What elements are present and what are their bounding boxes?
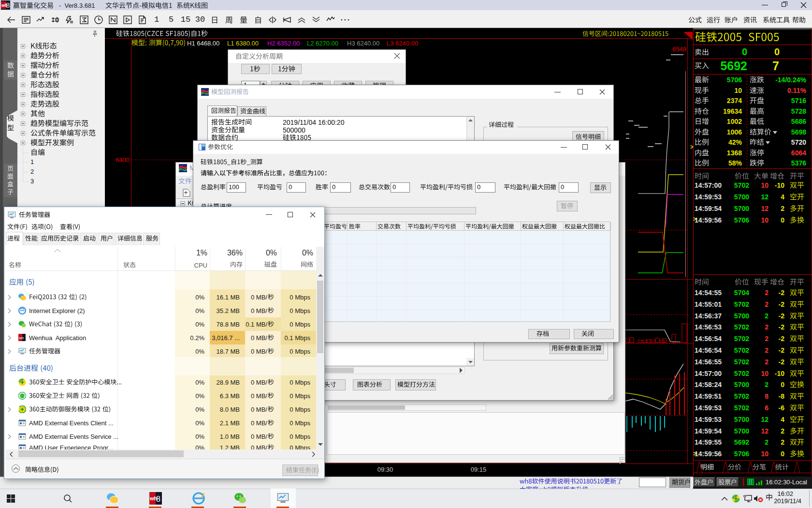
svg-text:wh: wh (18, 336, 24, 340)
svg-text:8: 8 (156, 495, 160, 503)
